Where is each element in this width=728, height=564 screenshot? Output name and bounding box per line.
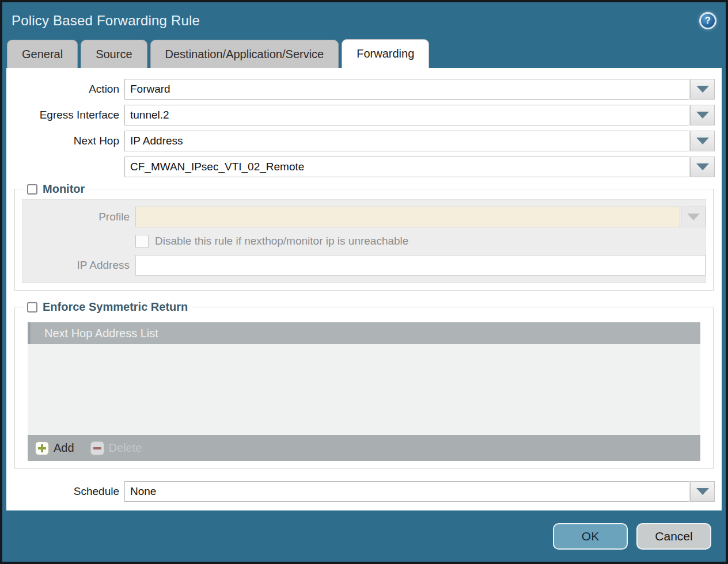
monitor-group: Monitor Profile Disable this rule if nex… (14, 182, 714, 291)
tab-destination-application-service[interactable]: Destination/Application/Service (150, 40, 339, 68)
policy-based-forwarding-dialog: Policy Based Forwarding Rule ? General S… (0, 0, 728, 564)
tab-source[interactable]: Source (81, 40, 147, 68)
next-hop-type-dropdown[interactable]: IP Address (124, 131, 715, 151)
next-hop-address-value[interactable]: CF_MWAN_IPsec_VTI_02_Remote (124, 157, 689, 177)
tab-source-label: Source (96, 48, 132, 61)
schedule-value[interactable]: None (124, 481, 689, 502)
forwarding-tab-panel: Action Forward Egress Interface tunnel.2… (6, 68, 722, 510)
dialog-titlebar: Policy Based Forwarding Rule ? (2, 2, 726, 39)
tab-general-label: General (22, 48, 63, 61)
schedule-label: Schedule (6, 485, 124, 498)
next-hop-address-table-header: Next Hop Address List (28, 322, 700, 344)
egress-interface-row: Egress Interface tunnel.2 (6, 105, 715, 125)
next-hop-address-list-header-label: Next Hop Address List (44, 327, 158, 340)
minus-icon (90, 441, 104, 455)
enforce-symmetric-return-label: Enforce Symmetric Return (43, 300, 188, 314)
delete-button-label: Delete (109, 441, 142, 455)
next-hop-type-value[interactable]: IP Address (124, 131, 689, 151)
next-hop-address-dropdown[interactable]: CF_MWAN_IPsec_VTI_02_Remote (124, 157, 715, 177)
disable-rule-checkbox (135, 235, 149, 248)
next-hop-address-table-body (28, 344, 700, 435)
action-label: Action (6, 83, 124, 96)
dialog-footer: OK Cancel (2, 510, 726, 562)
chevron-down-icon (696, 86, 709, 93)
monitor-checkbox[interactable] (27, 184, 37, 195)
profile-value (135, 207, 680, 227)
tab-general[interactable]: General (7, 40, 78, 68)
profile-dropdown (135, 207, 706, 227)
tab-bar: General Source Destination/Application/S… (2, 39, 726, 68)
next-hop-type-dropdown-button[interactable] (690, 131, 715, 151)
egress-interface-dropdown[interactable]: tunnel.2 (124, 105, 715, 125)
action-value[interactable]: Forward (124, 79, 689, 100)
monitor-panel: Profile Disable this rule if nexthop/mon… (22, 199, 706, 283)
enforce-symmetric-return-group: Enforce Symmetric Return Next Hop Addres… (14, 300, 714, 469)
tab-destination-label: Destination/Application/Service (165, 48, 324, 61)
help-question-glyph: ? (701, 14, 715, 28)
next-hop-address-dropdown-button[interactable] (690, 157, 715, 177)
tab-forwarding[interactable]: Forwarding (342, 39, 429, 68)
disable-rule-row: Disable this rule if nexthop/monitor ip … (135, 234, 706, 249)
next-hop-address-table-toolbar: Add Delete (28, 435, 700, 461)
profile-dropdown-button (681, 207, 706, 227)
chevron-down-icon (696, 163, 709, 170)
add-button-label: Add (54, 441, 74, 455)
chevron-down-icon (696, 488, 709, 495)
schedule-dropdown-button[interactable] (690, 481, 715, 502)
chevron-down-icon (696, 112, 709, 119)
monitor-ip-address-input (135, 255, 706, 276)
profile-row: Profile (22, 207, 706, 227)
action-row: Action Forward (6, 79, 715, 100)
action-dropdown[interactable]: Forward (124, 79, 715, 100)
monitor-ip-address-row: IP Address (22, 256, 706, 275)
egress-interface-dropdown-button[interactable] (690, 105, 715, 125)
delete-button: Delete (90, 441, 142, 455)
monitor-ip-address-label: IP Address (22, 259, 135, 272)
help-icon[interactable]: ? (699, 12, 716, 29)
chevron-down-icon (687, 214, 700, 220)
monitor-legend: Monitor (23, 182, 89, 196)
disable-rule-label: Disable this rule if nexthop/monitor ip … (155, 235, 408, 247)
monitor-ip-address-input-wrap (135, 255, 706, 276)
egress-interface-value[interactable]: tunnel.2 (124, 105, 689, 125)
ok-button[interactable]: OK (553, 523, 628, 550)
profile-label: Profile (22, 211, 135, 223)
tab-forwarding-label: Forwarding (357, 47, 414, 60)
monitor-legend-label: Monitor (43, 182, 85, 196)
schedule-row: Schedule None (6, 481, 715, 502)
next-hop-row: Next Hop IP Address (6, 131, 715, 151)
add-button[interactable]: Add (35, 441, 74, 455)
dialog-title: Policy Based Forwarding Rule (12, 13, 200, 29)
action-dropdown-button[interactable] (690, 79, 715, 100)
cancel-button[interactable]: Cancel (636, 523, 711, 550)
next-hop-address-table: Next Hop Address List Add Delete (28, 322, 700, 461)
next-hop-address-row: CF_MWAN_IPsec_VTI_02_Remote (6, 157, 715, 177)
enforce-symmetric-return-checkbox[interactable] (27, 302, 37, 313)
egress-interface-label: Egress Interface (6, 109, 124, 121)
schedule-dropdown[interactable]: None (124, 481, 715, 502)
plus-icon (35, 441, 49, 455)
next-hop-label: Next Hop (6, 135, 124, 147)
enforce-symmetric-return-legend: Enforce Symmetric Return (23, 300, 192, 314)
chevron-down-icon (696, 138, 709, 144)
